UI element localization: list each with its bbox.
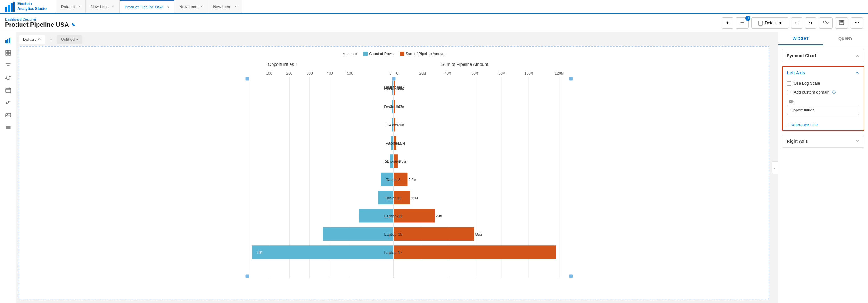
reference-line-link[interactable]: + Reference Line xyxy=(782,119,864,130)
legend-count-rows-label: Count of Rows xyxy=(369,52,394,56)
tab-product-pipeline[interactable]: Product Pipeline USA × xyxy=(120,0,174,13)
main-layout: Default ⚙ + Untitled ▾ Measure Count of … xyxy=(0,32,868,303)
tab-dataset-close[interactable]: × xyxy=(78,4,81,9)
tab-new-lens-2[interactable]: New Lens × xyxy=(174,0,208,13)
val-laptop13-right: 28м xyxy=(436,214,442,218)
legend-count-rows: Count of Rows xyxy=(363,52,394,56)
undo-icon: ↩ xyxy=(795,21,798,25)
tab-new-lens-2-close[interactable]: × xyxy=(200,4,203,9)
sidebar-icon-bar-chart[interactable] xyxy=(2,35,14,46)
left-axis-body: Use Log Scale Add custom domain ⓘ Title xyxy=(782,79,864,119)
legend-measure-label: Measure xyxy=(342,52,357,56)
log-scale-label: Use Log Scale xyxy=(794,81,820,86)
chart-legend: Measure Count of Rows Sum of Pipeline Am… xyxy=(24,52,764,56)
chart-type-header[interactable]: Pyramid Chart xyxy=(782,50,864,62)
left-axis-title: Opportunities ↑ xyxy=(268,62,297,67)
add-tab-button[interactable]: + xyxy=(46,35,55,44)
tab-new-lens-1-close[interactable]: × xyxy=(112,4,114,9)
log-scale-row: Use Log Scale xyxy=(787,79,859,87)
svg-rect-2 xyxy=(10,3,13,11)
left-tick-200: 200 xyxy=(286,71,293,76)
analytics-logo-icon xyxy=(5,2,15,11)
selection-handle-tl[interactable] xyxy=(245,77,249,81)
val-tablet10-left: 54 xyxy=(373,196,377,200)
legend-sum-pipeline-label: Sum of Pipeline Amount xyxy=(406,52,445,56)
left-tick-400: 400 xyxy=(327,71,333,76)
right-panel-tab-query[interactable]: QUERY xyxy=(823,32,868,45)
collapse-panel-button[interactable]: ‹ xyxy=(772,162,778,174)
tab-dataset-label: Dataset xyxy=(61,4,75,9)
tab-new-lens-3-label: New Lens xyxy=(213,4,231,9)
left-axis-header[interactable]: Left Axis xyxy=(782,66,864,79)
right-panel: WIDGET QUERY Pyramid Chart Left Axis xyxy=(778,32,868,303)
sidebar-icon-list[interactable] xyxy=(2,122,14,133)
sidebar-icon-link[interactable] xyxy=(2,97,14,108)
gear-icon[interactable]: ⚙ xyxy=(38,37,41,42)
page-title: Product Pipeline USA ✎ xyxy=(5,21,722,28)
custom-domain-checkbox[interactable] xyxy=(787,90,791,94)
svg-rect-11 xyxy=(7,39,8,43)
sidebar-icon-filter[interactable] xyxy=(2,60,14,71)
selection-handle-tc[interactable] xyxy=(392,77,396,81)
sidebar-icon-grid[interactable] xyxy=(2,47,14,58)
header-actions: ✦ 0 Default ▾ ↩ ↪ xyxy=(722,18,863,29)
undo-button[interactable]: ↩ xyxy=(791,18,802,29)
filter-badge: 0 xyxy=(745,16,750,21)
save-button[interactable] xyxy=(835,18,848,29)
chevron-down-icon[interactable]: ▾ xyxy=(76,38,78,41)
info-icon[interactable]: ⓘ xyxy=(832,89,836,95)
selection-handle-bl[interactable] xyxy=(245,275,249,278)
right-panel-tab-widget[interactable]: WIDGET xyxy=(778,32,823,45)
bar-laptop15-right[interactable] xyxy=(394,227,474,241)
tab-new-lens-1[interactable]: New Lens × xyxy=(86,0,120,13)
page-title-text: Product Pipeline USA xyxy=(5,21,69,28)
tab-new-lens-3[interactable]: New Lens × xyxy=(208,0,242,13)
edit-icon[interactable]: ✎ xyxy=(71,22,75,27)
tab-new-lens-3-close[interactable]: × xyxy=(234,4,237,9)
left-sidebar xyxy=(0,32,16,303)
dropdown-chevron-icon: ▾ xyxy=(779,21,782,25)
log-scale-checkbox[interactable] xyxy=(787,81,791,86)
right-tick-40m: 40м xyxy=(444,71,451,76)
right-tick-80m: 80м xyxy=(499,71,505,76)
bar-laptop17-right[interactable] xyxy=(394,245,556,259)
more-icon: ••• xyxy=(855,21,859,25)
preview-button[interactable] xyxy=(819,18,833,29)
svg-rect-9 xyxy=(840,22,843,24)
spark-button[interactable]: ✦ xyxy=(722,18,733,29)
chart-container: Measure Count of Rows Sum of Pipeline Am… xyxy=(19,46,769,299)
content-tab-untitled[interactable]: Untitled ▾ xyxy=(57,35,82,44)
content-tab-default[interactable]: Default ⚙ xyxy=(19,35,45,44)
right-axis-title: Right Axis xyxy=(786,139,808,144)
svg-rect-14 xyxy=(8,50,10,53)
left-tick-100: 100 xyxy=(266,71,272,76)
redo-button[interactable]: ↪ xyxy=(805,18,816,29)
app-logo: Einstein Analytics Studio xyxy=(0,0,56,13)
title-field-input[interactable] xyxy=(787,105,859,115)
svg-rect-17 xyxy=(6,88,10,93)
more-button[interactable]: ••• xyxy=(850,18,863,29)
val-laptop13-left: 121 xyxy=(352,214,359,218)
sidebar-icon-sync[interactable] xyxy=(2,72,14,83)
chart-svg-wrapper: Opportunities ↑ Sum of Pipeline Amount 5… xyxy=(24,58,764,288)
selection-handle-br[interactable] xyxy=(569,275,572,278)
tab-product-pipeline-close[interactable]: × xyxy=(166,5,169,9)
svg-point-5 xyxy=(823,21,828,24)
sidebar-icon-calendar[interactable] xyxy=(2,85,14,96)
save-icon xyxy=(839,20,844,26)
right-tick-60m: 60м xyxy=(472,71,478,76)
page-header-left: Dashboard Designer Product Pipeline USA … xyxy=(5,18,722,28)
filter-button[interactable]: 0 xyxy=(736,18,749,29)
breadcrumb[interactable]: Dashboard Designer xyxy=(5,18,722,21)
default-button[interactable]: Default ▾ xyxy=(751,18,788,29)
label-desktop2: Desktop-2 xyxy=(384,105,402,109)
default-label: Default xyxy=(765,21,778,25)
selection-handle-tr[interactable] xyxy=(569,77,572,81)
val-laptop17-left: 501 xyxy=(257,250,263,255)
bar-laptop15-left[interactable] xyxy=(323,227,393,241)
tab-dataset[interactable]: Dataset × xyxy=(56,0,86,13)
label-phone3: Phone-3 xyxy=(385,159,401,164)
bar-laptop17-left[interactable] xyxy=(252,245,393,259)
sidebar-icon-image[interactable] xyxy=(2,110,14,121)
right-axis-header[interactable]: Right Axis xyxy=(782,135,864,147)
